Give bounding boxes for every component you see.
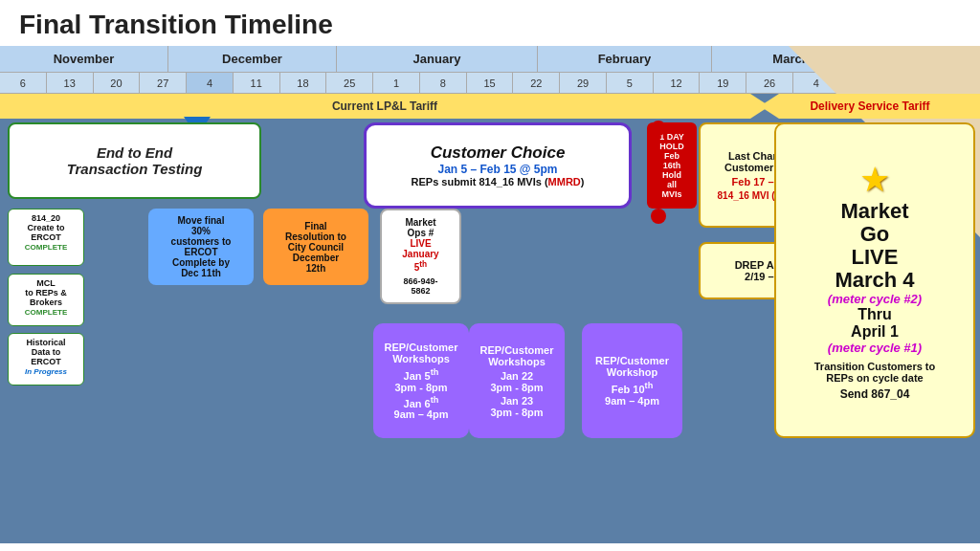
ws-jan22-title: REP/Customer (479, 344, 553, 356)
box-mcl: MCL to REPs & Brokers COMPLETE (8, 274, 84, 326)
box-historical: Historical Data to ERCOT In Progress (8, 333, 84, 386)
workshop-feb10: REP/Customer Workshop Feb 10th 9am – 4pm (582, 323, 682, 438)
market-ops-title: Market (405, 217, 435, 228)
week-4: 4 (187, 73, 234, 93)
box-move-final: Move final 30% customers to ERCOT Comple… (148, 209, 254, 285)
ws-jan5-date1: Jan 5th (404, 367, 439, 382)
market-go-title: MarketGoLIVEMarch 4 (835, 200, 914, 293)
red-circle-bottom (651, 209, 666, 224)
page-title: Final Transition Timeline (0, 0, 980, 46)
box-mcl-text: MCL to REPs & Brokers COMPLETE (25, 278, 67, 317)
week-27: 27 (140, 73, 187, 93)
hold-line3: Feb (664, 151, 679, 161)
timeline-wrapper: November December January February March… (0, 46, 980, 543)
ws-jan22-date2: Jan 23 (501, 395, 533, 407)
market-ops-ops: Ops # (408, 228, 434, 238)
market-ops-box: Market Ops # LIVE January 5th 866-949- 5… (380, 209, 461, 304)
week-jan22: 22 (513, 73, 560, 93)
lpl-tariff-banner: Current LP&L Tariff (0, 94, 769, 119)
one-day-hold-box: 1 DAY HOLD Feb 16th Hold all MVIs (647, 122, 697, 209)
box-final-res-text: Final Resolution to City Council Decembe… (285, 221, 346, 274)
market-ops-phone2: 5862 (411, 286, 430, 296)
box-move-text: Move final 30% customers to ERCOT Comple… (171, 215, 232, 278)
market-thru: Thru (858, 306, 892, 323)
hold-line5: Hold (662, 170, 681, 180)
ws-jan5-time1: 3pm - 8pm (394, 382, 447, 393)
market-transition: Transition Customers toREPs on cycle dat… (814, 361, 936, 384)
ws-feb10-date1: Feb 10th (612, 381, 654, 395)
ws-jan22-time2: 3pm - 8pm (490, 407, 543, 418)
month-december: December (168, 46, 337, 72)
week-feb19: 19 (700, 73, 746, 93)
week-25: 25 (326, 73, 373, 93)
delivery-tariff-banner: Delivery Service Tariff (760, 94, 980, 119)
ws-jan22-workshops: Workshops (488, 356, 546, 367)
ws-jan5-workshops: Workshops (392, 353, 450, 364)
week-feb12: 12 (654, 73, 701, 93)
cc-reps: REPs submit 814_16 MVIs (MMRD) (412, 176, 585, 187)
cc-dates: Jan 5 – Feb 15 @ 5pm (437, 163, 557, 176)
week-6: 6 (0, 73, 47, 93)
month-november: November (0, 46, 168, 72)
market-ops-jan: January (402, 249, 438, 259)
week-20: 20 (94, 73, 141, 93)
week-18: 18 (280, 73, 327, 93)
week-feb5: 5 (607, 73, 654, 93)
ws-jan5-date2: Jan 6th (404, 395, 439, 409)
week-jan1: 1 (373, 73, 420, 93)
box-814-text: 814_20 Create to ERCOT COMPLETE (25, 213, 67, 252)
week-jan15: 15 (467, 73, 514, 93)
market-go-live-box: ★ MarketGoLIVEMarch 4 (meter cycle #2) T… (774, 122, 975, 438)
hold-line7: MVIs (661, 189, 681, 199)
ws-jan5-time2: 9am – 4pm (394, 408, 449, 420)
box-hist-text: Historical Data to ERCOT In Progress (25, 338, 67, 376)
market-cycle1: (meter cycle #1) (828, 341, 922, 355)
week-jan29: 29 (560, 73, 607, 93)
cc-title: Customer Choice (431, 143, 566, 163)
market-ops-live: LIVE (410, 238, 431, 249)
ws-feb10-time1: 9am – 4pm (605, 395, 659, 407)
hold-line2: HOLD (659, 142, 684, 151)
market-send: Send 867_04 (840, 387, 910, 401)
month-february: February (538, 46, 712, 72)
box-final-resolution: Final Resolution to City Council Decembe… (263, 209, 368, 285)
ws-jan22-date1: Jan 22 (501, 370, 533, 382)
hold-line4: 16th (663, 161, 681, 170)
market-star-icon: ★ (859, 160, 890, 200)
customer-choice-box: Customer Choice Jan 5 – Feb 15 @ 5pm REP… (364, 122, 632, 209)
box-814: 814_20 Create to ERCOT COMPLETE (8, 209, 84, 266)
month-january: January (337, 46, 538, 72)
week-jan8: 8 (420, 73, 467, 93)
ws-jan22-time1: 3pm - 8pm (490, 382, 543, 393)
hold-line6: all (667, 180, 677, 189)
content-area: Current LP&L Tariff Delivery Service Tar… (0, 94, 980, 543)
week-feb26: 26 (746, 73, 793, 93)
week-11: 11 (234, 73, 280, 93)
market-ops-5th: 5th (414, 259, 427, 273)
market-cycle2: (meter cycle #2) (828, 292, 922, 306)
ws-feb10-title: REP/Customer (595, 355, 669, 366)
end-to-end-text: End to End Transaction Testing (67, 144, 203, 177)
workshop-jan5: REP/Customer Workshops Jan 5th 3pm - 8pm… (373, 323, 469, 438)
market-ops-phone: 866-949- (403, 276, 437, 286)
ws-feb10-workshop: Workshop (607, 366, 658, 378)
workshop-jan22: REP/Customer Workshops Jan 22 3pm - 8pm … (469, 323, 565, 438)
red-circle-top (651, 121, 666, 136)
end-to-end-box: End to End Transaction Testing (8, 122, 261, 199)
week-13: 13 (47, 73, 94, 93)
market-april: April 1 (851, 323, 899, 341)
ws-jan5-title: REP/Customer (384, 342, 457, 353)
